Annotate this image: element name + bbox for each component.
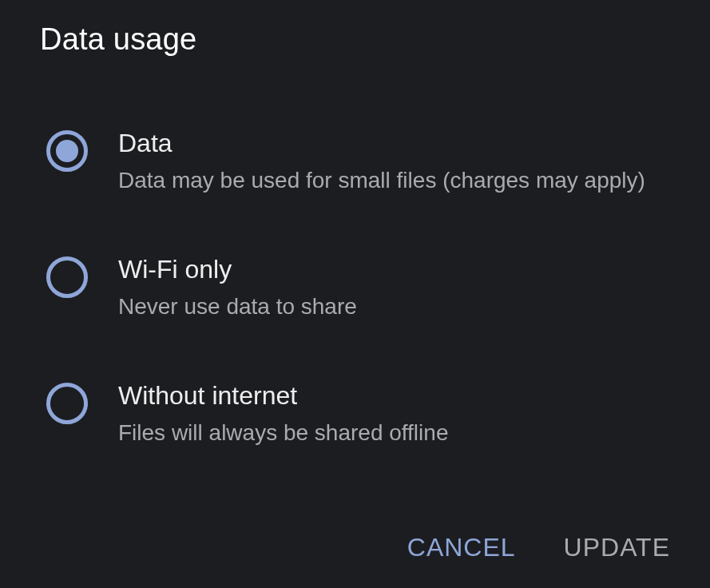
option-text: Wi-Fi only Never use data to share [118, 255, 357, 320]
cancel-button[interactable]: CANCEL [407, 530, 516, 566]
option-without-internet[interactable]: Without internet Files will always be sh… [40, 381, 670, 447]
option-wifi-only[interactable]: Wi-Fi only Never use data to share [40, 255, 670, 320]
dialog-actions: CANCEL UPDATE [407, 530, 670, 566]
update-button[interactable]: UPDATE [564, 530, 670, 566]
option-description: Data may be used for small files (charge… [118, 166, 645, 194]
option-text: Without internet Files will always be sh… [118, 381, 448, 447]
data-usage-dialog: Data usage Data Data may be used for sma… [0, 0, 710, 447]
dialog-title: Data usage [40, 22, 670, 57]
option-title: Wi-Fi only [118, 255, 357, 284]
radio-group: Data Data may be used for small files (c… [40, 129, 670, 447]
option-title: Data [118, 129, 645, 158]
radio-icon [46, 383, 88, 424]
option-description: Never use data to share [118, 292, 357, 320]
radio-icon [46, 130, 88, 172]
radio-icon [46, 256, 88, 298]
option-description: Files will always be shared offline [118, 419, 448, 447]
option-title: Without internet [118, 381, 448, 411]
option-text: Data Data may be used for small files (c… [118, 129, 645, 194]
option-data[interactable]: Data Data may be used for small files (c… [40, 129, 670, 194]
